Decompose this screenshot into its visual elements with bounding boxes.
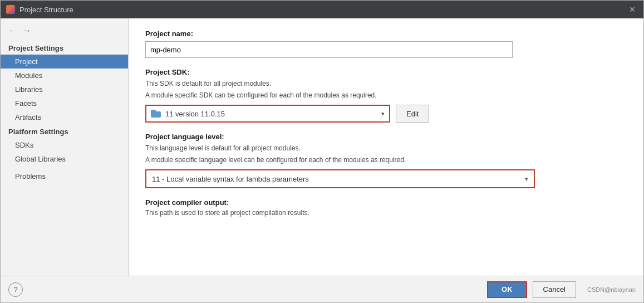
sidebar-item-artifacts[interactable]: Artifacts bbox=[1, 110, 128, 124]
sidebar-item-libraries[interactable]: Libraries bbox=[1, 82, 128, 96]
edit-button[interactable]: Edit bbox=[396, 105, 429, 123]
main-content: Project name: Project SDK: This SDK is d… bbox=[129, 18, 643, 276]
dialog-body: ← → Project Settings Project Modules Lib… bbox=[1, 18, 643, 276]
bottom-right: OK Cancel CSDN@nbiaynan bbox=[487, 281, 636, 298]
sidebar: ← → Project Settings Project Modules Lib… bbox=[1, 18, 129, 276]
sidebar-item-sdks[interactable]: SDKs bbox=[1, 138, 128, 152]
sidebar-item-project[interactable]: Project bbox=[1, 55, 128, 69]
project-name-label: Project name: bbox=[145, 30, 627, 38]
sdk-dropdown-left: 11 version 11.0.15 bbox=[151, 110, 225, 118]
project-lang-label: Project language level: bbox=[145, 133, 627, 141]
lang-dropdown-arrow: ▾ bbox=[525, 175, 528, 183]
sdk-dropdown[interactable]: 11 version 11.0.15 ▾ bbox=[145, 105, 390, 123]
project-lang-desc1: This language level is default for all p… bbox=[145, 143, 627, 153]
project-lang-desc2: A module specific language level can be … bbox=[145, 155, 627, 165]
title-bar: Project Structure ✕ bbox=[1, 1, 643, 18]
sdk-row: 11 version 11.0.15 ▾ Edit bbox=[145, 105, 627, 123]
project-sdk-desc1: This SDK is default for all project modu… bbox=[145, 79, 627, 89]
cancel-button[interactable]: Cancel bbox=[533, 281, 576, 298]
lang-dropdown[interactable]: 11 - Local variable syntax for lambda pa… bbox=[145, 169, 535, 188]
platform-settings-header: Platform Settings bbox=[1, 124, 128, 138]
bottom-left: ? bbox=[8, 282, 23, 297]
sdk-value: 11 version 11.0.15 bbox=[165, 110, 225, 118]
sidebar-item-modules[interactable]: Modules bbox=[1, 69, 128, 82]
title-bar-left: Project Structure bbox=[6, 5, 73, 14]
help-button[interactable]: ? bbox=[8, 282, 23, 297]
project-structure-dialog: Project Structure ✕ ← → Project Settings… bbox=[0, 0, 644, 303]
project-name-input[interactable] bbox=[145, 41, 513, 58]
watermark: CSDN@nbiaynan bbox=[587, 286, 636, 293]
project-sdk-desc2: A module specific SDK can be configured … bbox=[145, 90, 627, 100]
close-button[interactable]: ✕ bbox=[627, 4, 638, 15]
nav-back-row: ← → bbox=[1, 23, 128, 41]
lang-value: 11 - Local variable syntax for lambda pa… bbox=[152, 175, 309, 183]
sidebar-item-problems[interactable]: Problems bbox=[1, 169, 128, 183]
dialog-title: Project Structure bbox=[19, 6, 73, 14]
bottom-bar: ? OK Cancel CSDN@nbiaynan bbox=[1, 276, 643, 302]
ok-button[interactable]: OK bbox=[487, 281, 527, 298]
back-arrow[interactable]: ← bbox=[6, 25, 18, 36]
sidebar-item-facets[interactable]: Facets bbox=[1, 96, 128, 110]
project-icon bbox=[6, 5, 15, 14]
sdk-dropdown-arrow: ▾ bbox=[381, 110, 385, 118]
folder-icon bbox=[151, 110, 161, 118]
project-settings-header: Project Settings bbox=[1, 41, 128, 55]
sidebar-item-global-libraries[interactable]: Global Libraries bbox=[1, 152, 128, 166]
compiler-output-desc: This path is used to store all project c… bbox=[145, 209, 627, 217]
compiler-output-label: Project compiler output: bbox=[145, 198, 627, 207]
project-sdk-label: Project SDK: bbox=[145, 68, 627, 76]
forward-arrow[interactable]: → bbox=[21, 25, 33, 36]
